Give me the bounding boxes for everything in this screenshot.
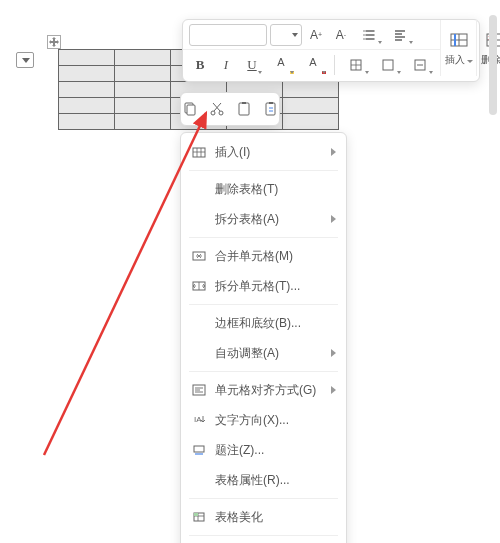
menu-borders-shading[interactable]: 边框和底纹(B)... <box>181 308 346 338</box>
menu-label: 表格属性(R)... <box>215 472 336 489</box>
list-button[interactable] <box>355 24 383 46</box>
menu-label: 拆分单元格(T)... <box>215 278 336 295</box>
svg-text:IA: IA <box>194 415 202 424</box>
menu-label: 文字方向(X)... <box>215 412 336 429</box>
table-context-menu: 插入(I) 删除表格(T) 拆分表格(A) 合并单元格(M) 拆分单元格(T).… <box>180 132 347 543</box>
paste-icon[interactable] <box>235 100 252 118</box>
svg-point-8 <box>219 111 223 115</box>
insert-icon <box>191 144 207 160</box>
menu-label: 插入(I) <box>215 144 323 161</box>
menu-table-properties[interactable]: 表格属性(R)... <box>181 465 346 495</box>
svg-rect-10 <box>242 102 246 104</box>
context-clipboard-bar <box>180 92 280 126</box>
font-size-combo[interactable] <box>270 24 302 46</box>
svg-rect-13 <box>193 148 205 157</box>
menu-insert[interactable]: 插入(I) <box>181 137 346 167</box>
paste-special-icon[interactable] <box>262 100 279 118</box>
menu-label: 拆分表格(A) <box>215 211 323 228</box>
shading-button[interactable] <box>374 54 402 76</box>
menu-caption[interactable]: 题注(Z)... <box>181 435 346 465</box>
menu-label: 合并单元格(M) <box>215 248 336 265</box>
merge-cells-icon <box>191 248 207 264</box>
svg-rect-20 <box>194 513 198 516</box>
insert-big-button[interactable]: 插入 <box>440 20 476 76</box>
menu-autofit[interactable]: 自动调整(A) <box>181 338 346 368</box>
cut-icon[interactable] <box>208 100 225 118</box>
underline-button[interactable]: U <box>241 54 263 76</box>
menu-delete-table[interactable]: 删除表格(T) <box>181 174 346 204</box>
menu-split-cells[interactable]: 拆分单元格(T)... <box>181 271 346 301</box>
menu-label: 表格美化 <box>215 509 336 526</box>
table-cell[interactable] <box>59 114 115 130</box>
copy-icon[interactable] <box>181 100 198 118</box>
svg-rect-18 <box>194 446 204 452</box>
table-borders-button[interactable] <box>342 54 370 76</box>
menu-label: 边框和底纹(B)... <box>215 315 336 332</box>
beautify-icon <box>191 509 207 525</box>
table-cell[interactable] <box>59 82 115 98</box>
menu-split-table[interactable]: 拆分表格(A) <box>181 204 346 234</box>
svg-rect-1 <box>383 60 393 70</box>
submenu-arrow-icon <box>331 215 336 223</box>
table-cell[interactable] <box>115 98 171 114</box>
font-increase-button[interactable]: A+ <box>305 24 327 46</box>
submenu-arrow-icon <box>331 386 336 394</box>
menu-label: 单元格对齐方式(G) <box>215 382 323 399</box>
mini-toolbar: A+ A- B I U <box>182 19 480 82</box>
svg-rect-11 <box>266 103 275 115</box>
outline-toggle-icon[interactable] <box>16 52 34 68</box>
table-cell[interactable] <box>115 82 171 98</box>
insert-label: 插入 <box>445 54 465 65</box>
vertical-scrollbar[interactable] <box>489 15 497 115</box>
svg-rect-12 <box>269 102 273 104</box>
svg-rect-6 <box>187 105 195 115</box>
menu-table-beautify[interactable]: 表格美化 <box>181 502 346 532</box>
table-cell[interactable] <box>115 66 171 82</box>
table-cell[interactable] <box>59 98 115 114</box>
table-move-handle-icon[interactable] <box>47 35 61 49</box>
table-cell[interactable] <box>115 114 171 130</box>
caption-icon <box>191 442 207 458</box>
font-color-button[interactable] <box>299 54 327 76</box>
text-direction-icon: IA <box>191 412 207 428</box>
menu-merge-cells[interactable]: 合并单元格(M) <box>181 241 346 271</box>
submenu-arrow-icon <box>331 349 336 357</box>
table-cell[interactable] <box>59 50 115 66</box>
font-decrease-button[interactable]: A- <box>330 24 352 46</box>
highlight-color-button[interactable] <box>267 54 295 76</box>
split-cells-icon <box>191 278 207 294</box>
submenu-arrow-icon <box>331 148 336 156</box>
italic-button[interactable]: I <box>215 54 237 76</box>
menu-label: 题注(Z)... <box>215 442 336 459</box>
menu-label: 自动调整(A) <box>215 345 323 362</box>
menu-batch-summarize[interactable]: 批量汇总表格(E)VIP <box>181 539 346 543</box>
align-button[interactable] <box>386 24 414 46</box>
table-cell[interactable] <box>115 50 171 66</box>
menu-cell-alignment[interactable]: 单元格对齐方式(G) <box>181 375 346 405</box>
menu-label: 删除表格(T) <box>215 181 336 198</box>
menu-text-direction[interactable]: IA 文字方向(X)... <box>181 405 346 435</box>
svg-rect-9 <box>239 103 249 115</box>
font-family-combo[interactable] <box>189 24 267 46</box>
bold-button[interactable]: B <box>189 54 211 76</box>
cell-alignment-icon <box>191 382 207 398</box>
svg-point-7 <box>211 111 215 115</box>
cell-align-button[interactable] <box>406 54 434 76</box>
table-cell[interactable] <box>59 66 115 82</box>
